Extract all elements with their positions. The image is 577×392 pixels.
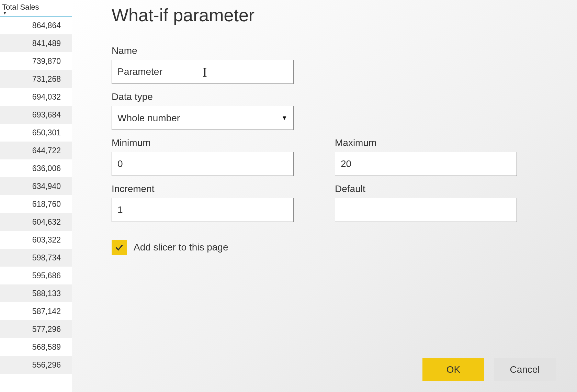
ok-button[interactable]: OK xyxy=(422,358,484,381)
table-row[interactable]: 577,296 xyxy=(0,320,72,338)
label-maximum: Maximum xyxy=(335,137,517,148)
table-row[interactable]: 864,864 xyxy=(0,16,72,34)
column-rows: 864,864841,489739,870731,268694,032693,6… xyxy=(0,16,72,392)
field-minimum: Minimum xyxy=(112,137,294,176)
label-minimum: Minimum xyxy=(112,137,294,148)
table-row[interactable]: 739,870 xyxy=(0,52,72,70)
column-header-label: Total Sales xyxy=(2,3,70,12)
table-row[interactable]: 603,322 xyxy=(0,231,72,249)
dialog-title: What-if parameter xyxy=(112,5,556,25)
minimum-input[interactable] xyxy=(112,152,294,176)
dialog-buttons: OK Cancel xyxy=(422,358,556,381)
field-default: Default xyxy=(335,183,517,222)
table-row[interactable]: 731,268 xyxy=(0,70,72,88)
label-default: Default xyxy=(335,183,517,194)
table-row[interactable]: 598,734 xyxy=(0,249,72,267)
table-row[interactable]: 650,301 xyxy=(0,124,72,142)
what-if-parameter-dialog: What-if parameter Name I Data type Whole… xyxy=(72,0,577,392)
sort-desc-icon: ▼ xyxy=(2,12,70,14)
table-row[interactable]: 644,722 xyxy=(0,142,72,159)
add-slicer-label: Add slicer to this page xyxy=(134,242,228,253)
table-row[interactable]: 587,142 xyxy=(0,302,72,320)
label-data-type: Data type xyxy=(112,91,517,102)
table-row[interactable]: 636,006 xyxy=(0,159,72,177)
field-maximum: Maximum xyxy=(335,137,517,176)
add-slicer-checkbox[interactable] xyxy=(112,240,127,255)
increment-input[interactable] xyxy=(112,198,294,222)
label-name: Name xyxy=(112,45,517,56)
data-type-select[interactable]: Whole number xyxy=(112,106,294,130)
table-row[interactable]: 556,296 xyxy=(0,356,72,374)
cancel-button[interactable]: Cancel xyxy=(494,358,556,381)
field-name: Name I xyxy=(112,45,517,84)
field-increment: Increment xyxy=(112,183,294,222)
table-row[interactable]: 568,589 xyxy=(0,338,72,356)
table-row[interactable]: 618,760 xyxy=(0,195,72,213)
table-row[interactable]: 634,940 xyxy=(0,177,72,195)
column-header-total-sales[interactable]: Total Sales ▼ xyxy=(0,0,72,16)
name-input[interactable] xyxy=(112,60,294,84)
label-increment: Increment xyxy=(112,183,294,194)
check-icon xyxy=(114,243,124,252)
table-row[interactable]: 595,686 xyxy=(0,267,72,284)
total-sales-column: Total Sales ▼ 864,864841,489739,870731,2… xyxy=(0,0,72,392)
table-row[interactable]: 694,032 xyxy=(0,88,72,106)
table-row[interactable]: 604,632 xyxy=(0,213,72,231)
table-row[interactable]: 841,489 xyxy=(0,34,72,52)
maximum-input[interactable] xyxy=(335,152,517,176)
default-input[interactable] xyxy=(335,198,517,222)
add-slicer-row: Add slicer to this page xyxy=(112,240,517,255)
table-row[interactable]: 693,684 xyxy=(0,106,72,124)
table-row[interactable]: 588,133 xyxy=(0,284,72,302)
field-data-type: Data type Whole number ▼ xyxy=(112,91,517,130)
